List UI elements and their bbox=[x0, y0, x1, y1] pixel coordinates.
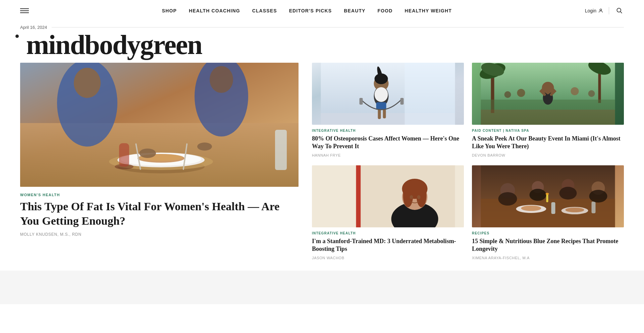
side-articles: INTEGRATIVE HEALTH 80% Of Osteoporosis C… bbox=[312, 63, 624, 260]
svg-rect-15 bbox=[275, 130, 287, 170]
nav-actions: Login bbox=[585, 6, 624, 16]
svg-line-2 bbox=[621, 11, 622, 13]
svg-point-1 bbox=[617, 8, 621, 12]
logo-area: mindbodygreen bbox=[0, 31, 644, 63]
article-blue-zone: RECIPES 15 Simple & Nutritious Blue Zone… bbox=[472, 165, 624, 260]
card-title-0[interactable]: 80% Of Osteoporosis Cases Affect Women —… bbox=[312, 135, 464, 151]
svg-point-58 bbox=[417, 195, 421, 199]
nav-health-coaching[interactable]: HEALTH COACHING bbox=[189, 8, 240, 13]
site-logo[interactable]: mindbodygreen bbox=[26, 30, 202, 60]
nav-classes[interactable]: CLASSES bbox=[252, 8, 277, 13]
svg-point-68 bbox=[530, 189, 546, 201]
svg-point-46 bbox=[504, 91, 511, 98]
card-author-0: HANNAH FRYE bbox=[312, 153, 464, 157]
logo-dot bbox=[15, 35, 19, 38]
svg-rect-32 bbox=[383, 109, 386, 118]
nav-healthy-weight[interactable]: HEALTHY WEIGHT bbox=[405, 8, 452, 13]
nav-editors-picks[interactable]: EDITOR'S PICKS bbox=[289, 8, 332, 13]
svg-point-17 bbox=[74, 68, 101, 98]
card-title-3[interactable]: 15 Simple & Nutritious Blue Zone Recipes… bbox=[472, 237, 624, 253]
card-category-2: INTEGRATIVE HEALTH bbox=[312, 231, 464, 235]
hero-title[interactable]: This Type Of Fat Is Vital For Women's He… bbox=[20, 200, 299, 228]
svg-rect-48 bbox=[481, 110, 615, 125]
card-category-1: PAID CONTENT | NATIVA SPA bbox=[472, 129, 624, 132]
nav-beauty[interactable]: BEAUTY bbox=[344, 8, 365, 13]
svg-rect-30 bbox=[376, 102, 386, 110]
login-button[interactable]: Login bbox=[585, 8, 603, 13]
article-osteoporosis: INTEGRATIVE HEALTH 80% Of Osteoporosis C… bbox=[312, 63, 464, 157]
svg-point-70 bbox=[559, 187, 577, 200]
card-title-2[interactable]: I'm a Stanford-Trained MD: 3 Underrated … bbox=[312, 237, 464, 253]
svg-rect-33 bbox=[360, 98, 363, 105]
card-author-1: DEVON BARROW bbox=[472, 153, 624, 157]
svg-point-45 bbox=[571, 87, 579, 95]
svg-point-74 bbox=[546, 193, 549, 195]
search-button[interactable] bbox=[614, 6, 624, 16]
card-author-3: XIMENA ARAYA-FISCHEL, M.A bbox=[472, 256, 624, 260]
card-author-2: JASON WACHOB bbox=[312, 256, 464, 260]
article-beauty-event: PAID CONTENT | NATIVA SPA A Sneak Peek A… bbox=[472, 63, 624, 157]
svg-rect-34 bbox=[400, 98, 404, 105]
svg-point-20 bbox=[139, 149, 156, 158]
svg-rect-73 bbox=[546, 194, 548, 202]
hero-image[interactable] bbox=[20, 63, 299, 187]
nav-divider bbox=[609, 7, 609, 14]
article-metabolism: INTEGRATIVE HEALTH I'm a Stanford-Traine… bbox=[312, 165, 464, 260]
svg-rect-50 bbox=[356, 165, 361, 227]
nav-shop[interactable]: SHOP bbox=[162, 8, 177, 13]
main-content: WOMEN'S HEALTH This Type Of Fat Is Vital… bbox=[0, 63, 644, 260]
svg-rect-31 bbox=[378, 109, 381, 119]
svg-point-75 bbox=[521, 206, 541, 211]
svg-point-66 bbox=[498, 192, 517, 206]
svg-point-72 bbox=[589, 190, 607, 203]
card-title-1[interactable]: A Sneak Peek At Our Beauty Event In Miam… bbox=[472, 135, 624, 151]
svg-rect-63 bbox=[551, 202, 555, 214]
svg-point-76 bbox=[566, 208, 584, 212]
svg-point-29 bbox=[375, 87, 388, 102]
footer-gray-area bbox=[0, 271, 644, 304]
svg-rect-14 bbox=[119, 143, 129, 167]
svg-point-57 bbox=[410, 195, 413, 199]
hero-category: WOMEN'S HEALTH bbox=[20, 193, 299, 197]
nav-food[interactable]: FOOD bbox=[378, 8, 393, 13]
main-nav: SHOP HEALTH COACHING CLASSES EDITOR'S PI… bbox=[0, 0, 644, 21]
svg-point-21 bbox=[197, 143, 212, 151]
svg-point-44 bbox=[517, 89, 525, 97]
current-date: April 16, 2024 bbox=[20, 25, 47, 30]
hero-article: WOMEN'S HEALTH This Type Of Fat Is Vital… bbox=[20, 63, 299, 260]
card-category-0: INTEGRATIVE HEALTH bbox=[312, 129, 464, 132]
card-category-3: RECIPES bbox=[472, 231, 624, 235]
nav-links: SHOP HEALTH COACHING CLASSES EDITOR'S PI… bbox=[162, 8, 452, 13]
svg-point-0 bbox=[600, 9, 601, 11]
svg-rect-64 bbox=[592, 202, 596, 213]
article-image-metabolism[interactable] bbox=[312, 165, 464, 227]
svg-point-47 bbox=[588, 90, 595, 97]
svg-point-19 bbox=[210, 66, 233, 93]
article-image-osteoporosis[interactable] bbox=[312, 63, 464, 125]
article-image-beauty-event[interactable] bbox=[472, 63, 624, 125]
hero-author: MOLLY KNUDSEN, M.S., RDN bbox=[20, 232, 299, 237]
hamburger-menu[interactable] bbox=[20, 7, 29, 14]
article-image-blue-zone[interactable] bbox=[472, 165, 624, 227]
svg-rect-24 bbox=[405, 63, 455, 125]
